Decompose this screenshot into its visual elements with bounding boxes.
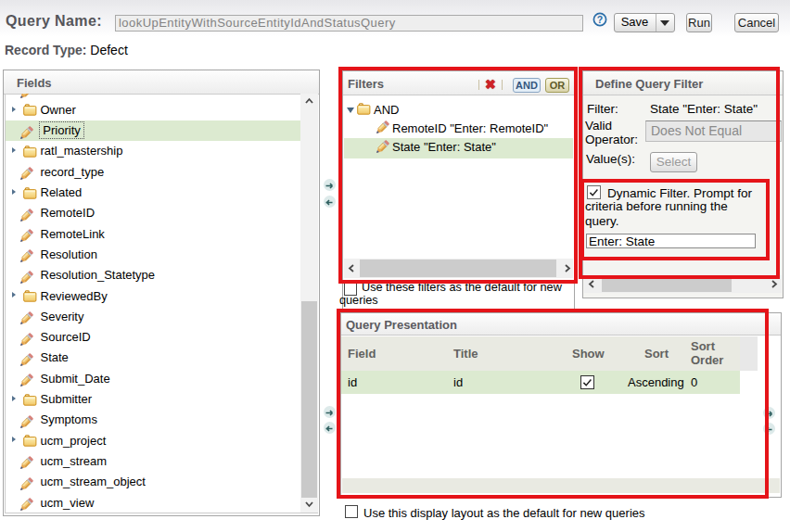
svg-text:?: ? [597,14,603,25]
